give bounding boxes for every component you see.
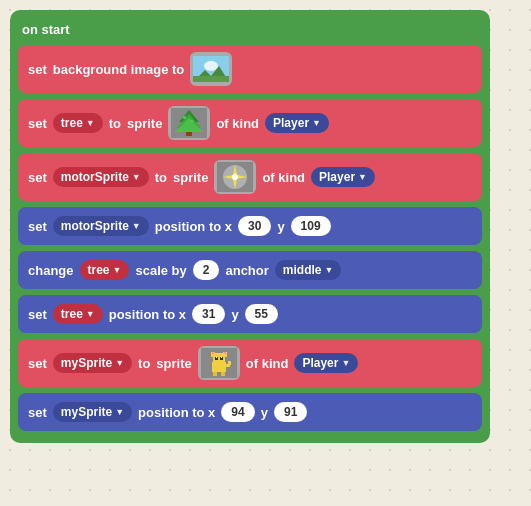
set-motor-pos-block: set motorSprite ▼ position to x 30 y 109: [18, 207, 482, 245]
main-container: on start set background image to: [10, 10, 500, 443]
middle-pill[interactable]: middle ▼: [275, 260, 342, 280]
bg-image-label: background image to: [53, 62, 184, 77]
motorpos-chevron: ▼: [132, 221, 141, 231]
motor-x-value[interactable]: 30: [238, 216, 271, 236]
star-sprite-icon: [217, 162, 253, 192]
tree-sprite-box[interactable]: [168, 106, 210, 140]
set-label-treepos: set: [28, 307, 47, 322]
middle-chevron: ▼: [324, 265, 333, 275]
player-chevron-motor: ▼: [358, 172, 367, 182]
of-kind-label-motor: of kind: [262, 170, 305, 185]
change-label: change: [28, 263, 74, 278]
mysprite-chevron: ▼: [115, 358, 124, 368]
svg-point-1: [204, 61, 218, 71]
y-label-mysprite: y: [261, 405, 268, 420]
anchor-label: anchor: [225, 263, 268, 278]
char-sprite-icon: [201, 348, 237, 378]
player-pill-motor[interactable]: Player ▼: [311, 167, 375, 187]
set-label-bg: set: [28, 62, 47, 77]
to-label-tree: to: [109, 116, 121, 131]
on-start-block: on start set background image to: [10, 10, 490, 443]
landscape-icon: [193, 56, 229, 82]
set-mysprite-pos-block: set mySprite ▼ position to x 94 y 91: [18, 393, 482, 431]
y-label-tree: y: [231, 307, 238, 322]
tree-pill[interactable]: tree ▼: [53, 113, 103, 133]
of-kind-label-mysprite: of kind: [246, 356, 289, 371]
motor-y-value[interactable]: 109: [291, 216, 331, 236]
inner-blocks: set background image to set tree: [18, 45, 482, 431]
svg-rect-10: [191, 120, 193, 122]
char-sprite-box[interactable]: [198, 346, 240, 380]
svg-rect-3: [193, 76, 229, 82]
sprite-label-tree: sprite: [127, 116, 162, 131]
change-tree-scale-block: change tree ▼ scale by 2 anchor middle ▼: [18, 251, 482, 289]
pos-label-mysprite: position to x: [138, 405, 215, 420]
pos-label-tree: position to x: [109, 307, 186, 322]
set-label-tree: set: [28, 116, 47, 131]
scale-value[interactable]: 2: [193, 260, 220, 280]
tree-scale-pill[interactable]: tree ▼: [80, 260, 130, 280]
player-chevron-tree: ▼: [312, 118, 321, 128]
set-tree-pos-block: set tree ▼ position to x 31 y 55: [18, 295, 482, 333]
tree-y-value[interactable]: 55: [245, 304, 278, 324]
svg-rect-21: [224, 352, 226, 354]
player-pill-mysprite[interactable]: Player ▼: [294, 353, 358, 373]
to-label-mysprite: to: [138, 356, 150, 371]
tree-pos-chevron: ▼: [86, 309, 95, 319]
svg-rect-24: [216, 357, 217, 358]
svg-rect-28: [213, 372, 217, 376]
motor-chevron: ▼: [132, 172, 141, 182]
of-kind-label-tree: of kind: [216, 116, 259, 131]
svg-rect-25: [221, 357, 222, 358]
sprite-label-motor: sprite: [173, 170, 208, 185]
set-label-motorpos: set: [28, 219, 47, 234]
svg-rect-20: [212, 352, 214, 354]
set-tree-block: set tree ▼ to sprite: [18, 99, 482, 147]
star-sprite-box[interactable]: [214, 160, 256, 194]
scale-by-label: scale by: [135, 263, 186, 278]
svg-point-14: [232, 174, 238, 180]
mysprite-y-value[interactable]: 91: [274, 402, 307, 422]
mysprite-pill[interactable]: mySprite ▼: [53, 353, 132, 373]
bg-image-box[interactable]: [190, 52, 232, 86]
set-bg-block: set background image to: [18, 45, 482, 93]
on-start-label: on start: [18, 18, 482, 45]
motor-pos-pill[interactable]: motorSprite ▼: [53, 216, 149, 236]
svg-rect-27: [228, 361, 231, 365]
set-label-myspos: set: [28, 405, 47, 420]
set-label-motor: set: [28, 170, 47, 185]
sprite-label-mysprite: sprite: [156, 356, 191, 371]
svg-rect-29: [221, 372, 225, 376]
pos-label-motor: position to x: [155, 219, 232, 234]
tree-scale-chevron: ▼: [113, 265, 122, 275]
tree-pos-pill[interactable]: tree ▼: [53, 304, 103, 324]
to-label-motor: to: [155, 170, 167, 185]
set-mysprite-block: set mySprite ▼ to sprite: [18, 339, 482, 387]
mysprite-pos-pill[interactable]: mySprite ▼: [53, 402, 132, 422]
y-label-motor: y: [277, 219, 284, 234]
svg-rect-9: [183, 116, 186, 119]
set-motor-block: set motorSprite ▼ to sprite: [18, 153, 482, 201]
tree-chevron: ▼: [86, 118, 95, 128]
player-chevron-mysprite: ▼: [341, 358, 350, 368]
player-pill-tree[interactable]: Player ▼: [265, 113, 329, 133]
myspos-chevron: ▼: [115, 407, 124, 417]
motor-pill[interactable]: motorSprite ▼: [53, 167, 149, 187]
tree-x-value[interactable]: 31: [192, 304, 225, 324]
mysprite-x-value[interactable]: 94: [221, 402, 254, 422]
set-label-mysprite: set: [28, 356, 47, 371]
tree-sprite-icon: [171, 108, 207, 138]
